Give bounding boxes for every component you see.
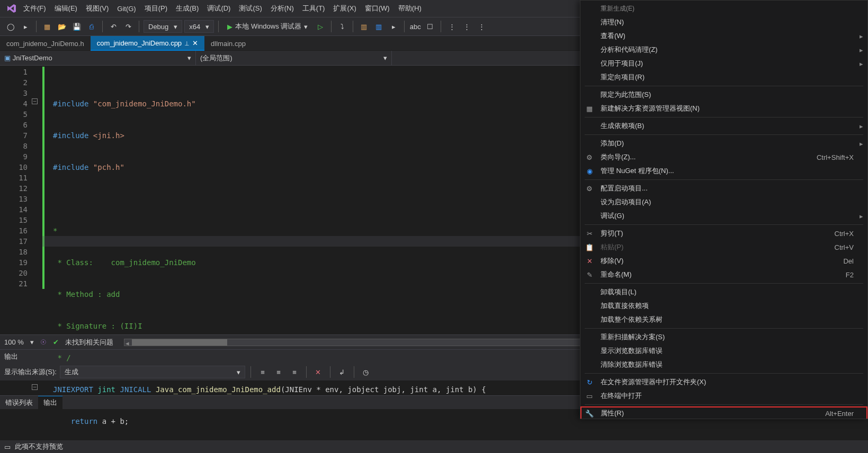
- cm-scope[interactable]: 限定为此范围(S): [580, 88, 867, 102]
- tb-icon-5[interactable]: ☐: [424, 20, 436, 33]
- tab-header-file[interactable]: com_jnidemo_JniDemo.h: [0, 36, 91, 51]
- separator: [353, 21, 353, 32]
- cm-view[interactable]: 查看(W)▸: [580, 29, 867, 43]
- pin-icon[interactable]: ⟂: [185, 39, 189, 47]
- tb-icon-3[interactable]: ▸: [387, 20, 400, 33]
- save-all-button[interactable]: ⎙: [85, 20, 98, 33]
- shortcut: Ctrl+X: [835, 230, 854, 238]
- cm-open-in-terminal[interactable]: ▭在终端中打开: [580, 389, 867, 403]
- arrow-icon: ↻: [585, 377, 594, 387]
- scope-label: (全局范围): [200, 53, 232, 63]
- project-scope-combo[interactable]: ▣ JniTestDemo ▾: [0, 51, 196, 65]
- wrench-icon: 🔧: [585, 409, 594, 418]
- fold-toggle[interactable]: −: [32, 98, 38, 104]
- cm-rebuild[interactable]: 重新生成(E): [580, 2, 867, 15]
- cm-class-wizard[interactable]: ⚙类向导(Z)...Ctrl+Shift+X: [580, 150, 867, 164]
- forward-button[interactable]: ▸: [19, 20, 32, 33]
- tb-icon-2[interactable]: ▥: [372, 20, 385, 33]
- menu-debug[interactable]: 调试(D): [203, 0, 235, 17]
- tb-icon-1[interactable]: ▥: [357, 20, 370, 33]
- tab-dllmain[interactable]: dllmain.cpp: [204, 36, 252, 51]
- separator: [139, 21, 139, 32]
- separator: [404, 21, 405, 32]
- step-button[interactable]: ⤵: [336, 20, 348, 33]
- scissors-icon: ✂: [585, 229, 594, 238]
- menu-project[interactable]: 项目(P): [140, 0, 172, 17]
- separator: [585, 117, 863, 117]
- menu-tools[interactable]: 工具(T): [298, 0, 329, 17]
- cm-add[interactable]: 添加(D)▸: [580, 137, 867, 150]
- cm-project-only[interactable]: 仅用于项目(J)▸: [580, 57, 867, 70]
- cm-config-startup[interactable]: ⚙配置启动项目...: [580, 182, 867, 195]
- cm-set-startup[interactable]: 设为启动项目(A): [580, 195, 867, 209]
- config-combo[interactable]: Debug▾: [144, 20, 182, 33]
- scroll-thumb[interactable]: [132, 339, 227, 346]
- status-bar: ▭ 此项不支持预览: [0, 440, 868, 453]
- tb-icon-4[interactable]: abc: [409, 20, 422, 33]
- menu-test[interactable]: 测试(S): [235, 0, 266, 17]
- separator: [585, 283, 863, 284]
- cm-redirect[interactable]: 重定向项目(R): [580, 70, 867, 84]
- chevron-right-icon: ▸: [860, 32, 863, 40]
- menu-help[interactable]: 帮助(H): [394, 0, 426, 17]
- menu-window[interactable]: 窗口(W): [361, 0, 394, 17]
- tab-cpp-file[interactable]: com_jnidemo_JniDemo.cpp ⟂ ✕: [91, 36, 204, 51]
- menu-extensions[interactable]: 扩展(X): [329, 0, 360, 17]
- back-button[interactable]: ◯: [4, 20, 17, 33]
- start-debug-button[interactable]: ▶本地 Windows 调试器▾: [223, 20, 312, 33]
- undo-button[interactable]: ↶: [107, 20, 120, 33]
- chevron-down-icon[interactable]: ▾: [30, 338, 34, 346]
- tb-icon-7[interactable]: ⋮: [460, 20, 473, 33]
- cm-nuget[interactable]: ◉管理 NuGet 程序包(N)...: [580, 164, 867, 178]
- separator: [585, 404, 863, 405]
- fold-toggle[interactable]: −: [32, 384, 38, 390]
- tb-icon-6[interactable]: ⋮: [445, 20, 458, 33]
- save-button[interactable]: 💾: [70, 20, 83, 33]
- cm-load-tree[interactable]: 加载整个依赖关系树: [580, 313, 867, 327]
- cm-show-db-err[interactable]: 显示浏览数据库错误: [580, 344, 867, 358]
- platform-value: x64: [189, 23, 200, 31]
- rename-icon: ✎: [585, 270, 594, 279]
- vs-logo-icon: [4, 1, 19, 16]
- platform-combo[interactable]: x64▾: [184, 20, 214, 33]
- cm-remove[interactable]: ✕移除(V)Del: [580, 254, 867, 268]
- output-title: 输出: [4, 352, 18, 361]
- delete-icon: ✕: [585, 256, 594, 266]
- cm-load-deps[interactable]: 加载直接依赖项: [580, 299, 867, 313]
- chevron-down-icon: ▾: [383, 54, 387, 62]
- redo-button[interactable]: ↷: [122, 20, 135, 33]
- cm-analyze[interactable]: 分析和代码清理(Z)▸: [580, 43, 867, 57]
- close-icon[interactable]: ✕: [192, 39, 198, 47]
- project-context-menu: 重新生成(E) 清理(N) 查看(W)▸ 分析和代码清理(Z)▸ 仅用于项目(J…: [580, 0, 868, 419]
- cm-open-in-explorer[interactable]: ↻在文件资源管理器中打开文件夹(X): [580, 375, 867, 389]
- cm-clear-db-err[interactable]: 清除浏览数据库错误: [580, 358, 867, 372]
- tb-icon-8[interactable]: ⋮: [475, 20, 488, 33]
- zoom-level[interactable]: 100 %: [4, 338, 24, 346]
- menu-analyze[interactable]: 分析(N): [266, 0, 298, 17]
- shortcut: Ctrl+V: [835, 243, 854, 251]
- open-button[interactable]: 📂: [56, 20, 68, 33]
- cm-rename[interactable]: ✎重命名(M)F2: [580, 268, 867, 282]
- cm-rescan[interactable]: 重新扫描解决方案(S): [580, 330, 867, 344]
- global-scope-combo[interactable]: (全局范围) ▾: [196, 51, 392, 65]
- separator: [102, 21, 103, 32]
- tab-label: com_jnidemo_JniDemo.cpp: [97, 39, 182, 47]
- menu-git[interactable]: Git(G): [113, 0, 140, 17]
- cm-debug[interactable]: 调试(G)▸: [580, 209, 867, 223]
- clipboard-icon: 📋: [585, 242, 594, 252]
- cm-cut[interactable]: ✂剪切(T)Ctrl+X: [580, 226, 867, 240]
- cm-unload[interactable]: 卸载项目(L): [580, 285, 867, 299]
- new-button[interactable]: ▦: [41, 20, 53, 33]
- menu-file[interactable]: 文件(F): [19, 0, 50, 17]
- menu-edit[interactable]: 编辑(E): [50, 0, 82, 17]
- menu-build[interactable]: 生成(B): [172, 0, 203, 17]
- cm-build-deps[interactable]: 生成依赖项(B)▸: [580, 119, 867, 133]
- cm-properties[interactable]: 🔧属性(R)Alt+Enter: [580, 406, 867, 419]
- cm-new-explorer[interactable]: ▦新建解决方案资源管理器视图(N): [580, 102, 867, 115]
- cm-clean[interactable]: 清理(N): [580, 15, 867, 29]
- start-no-debug-button[interactable]: ▷: [314, 20, 327, 33]
- menu-view[interactable]: 视图(V): [82, 0, 113, 17]
- separator: [331, 21, 332, 32]
- separator: [585, 86, 863, 86]
- tab-error-list[interactable]: 错误列表: [0, 396, 38, 409]
